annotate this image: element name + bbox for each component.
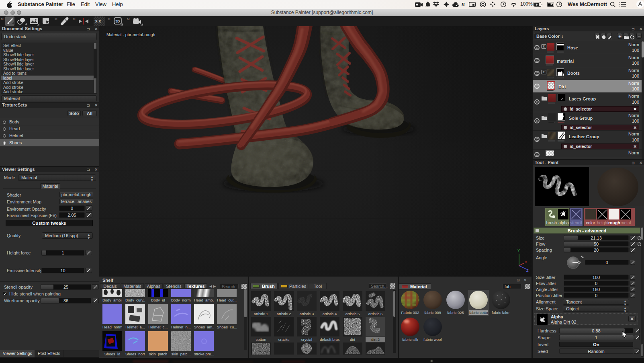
svg-text:x: x [525,260,527,264]
svg-text:Material - pbr-metal-rough: Material - pbr-metal-rough [106,32,155,37]
svg-text:Y: Y [517,248,520,252]
svg-text:3D: 3D [115,19,120,23]
svg-text:Z: Z [526,269,529,273]
